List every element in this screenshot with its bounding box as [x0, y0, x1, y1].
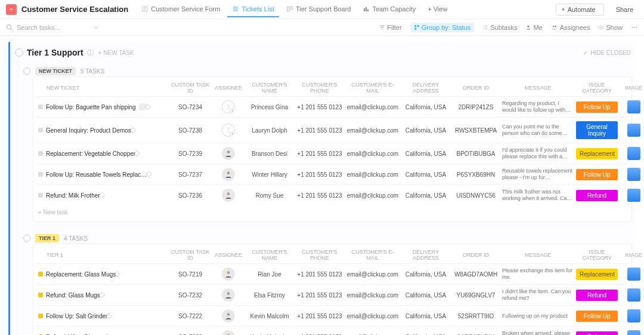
custom-task-id: SO-7232	[169, 292, 211, 299]
more-button[interactable]	[631, 24, 638, 30]
image-cell[interactable]	[620, 288, 644, 302]
assignee-avatar[interactable]	[222, 268, 235, 281]
info-icon[interactable]: ⓘ	[87, 48, 94, 57]
image-cell[interactable]	[620, 309, 644, 322]
search-input[interactable]: Search tasks...	[6, 24, 98, 31]
subgroup-header: NEW TICKET5 TASKS	[22, 63, 636, 76]
assignee-avatar[interactable]	[222, 330, 235, 335]
status-dot	[38, 172, 43, 177]
assignee-avatar[interactable]	[222, 309, 235, 322]
issue-category-badge[interactable]: Follow Up	[576, 102, 618, 113]
column-headers: TIER 1CUSTOM TASK IDASSIGNEECUSTOMER'S N…	[36, 247, 627, 263]
status-dot	[38, 272, 43, 276]
table: NEW TICKETCUSTOM TASK IDASSIGNEECUSTOMER…	[33, 76, 632, 222]
col-order-id: ORDER ID	[452, 85, 500, 91]
col-custom-task-id: CUSTOM TASK ID	[169, 82, 211, 94]
table-row[interactable]: Refund: Wine Glasses⃟SO-7223Kevin Malcol…	[36, 326, 627, 335]
assignee-avatar[interactable]	[222, 189, 235, 202]
assignee-avatar-empty[interactable]: +	[222, 124, 235, 137]
page-title: Customer Service Escalation	[21, 5, 128, 14]
issue-category-badge[interactable]: Follow Up	[576, 311, 618, 322]
assignee-avatar[interactable]	[222, 147, 235, 160]
group-toggle[interactable]	[15, 48, 23, 57]
status-badge[interactable]: NEW TICKET	[35, 67, 76, 75]
col-image: IMAGE	[620, 252, 644, 258]
assignee-avatar[interactable]	[222, 288, 235, 302]
col-message: MESSAGE	[502, 85, 574, 91]
filter-button[interactable]: Filter	[379, 24, 401, 31]
subgroup: TIER 14 TASKSTIER 1CUSTOM TASK IDASSIGNE…	[10, 228, 636, 335]
group-by-button[interactable]: Group by: Status	[410, 23, 475, 32]
message: This milk frother was not working when i…	[502, 189, 574, 202]
table-row[interactable]: Follow Up: Baguette Pan shipping⃟SO-7234…	[36, 96, 627, 117]
automation-icon	[139, 103, 146, 110]
image-cell[interactable]	[620, 100, 644, 113]
subgroup-toggle[interactable]	[23, 67, 30, 75]
image-cell[interactable]	[620, 124, 644, 137]
col-tier-: TIER 1	[36, 252, 167, 258]
tab-tickets-list[interactable]: Tickets List	[227, 2, 279, 17]
delivery-address: California, USA	[402, 271, 450, 278]
customer-name: Romy Sue	[246, 192, 293, 199]
issue-category-badge[interactable]: Refund	[576, 331, 618, 336]
table-row[interactable]: Refund: Milk Frother⃟SO-7236Romy Sue+1 2…	[36, 185, 627, 205]
image-cell[interactable]	[620, 330, 644, 335]
status-dot	[38, 314, 43, 318]
image-cell[interactable]	[620, 268, 644, 281]
image-cell[interactable]	[620, 168, 644, 181]
new-task-button[interactable]: + NEW TASK	[98, 50, 134, 56]
delivery-address: California, USA	[402, 192, 450, 199]
image-cell[interactable]	[620, 189, 644, 202]
subgroup-toggle[interactable]	[23, 235, 30, 242]
issue-category-badge[interactable]: General Inquiry	[576, 121, 618, 139]
tab-tier-support-board[interactable]: Tier Support Board	[281, 2, 356, 17]
table-row[interactable]: Refund: Glass Mugs⃟SO-7232Elsa Fitzroy+1…	[36, 284, 627, 305]
issue-category-badge[interactable]: Refund	[576, 190, 618, 201]
assignees-button[interactable]: Assignees	[551, 24, 590, 31]
status-badge[interactable]: TIER 1	[35, 234, 59, 242]
table-row[interactable]: General Inquiry: Product Demos⃟SO-7238+L…	[36, 117, 627, 143]
image-cell[interactable]	[620, 147, 644, 160]
svg-point-22	[227, 192, 230, 195]
tab--view[interactable]: + View	[423, 2, 452, 17]
message: Regarding my product, I would like to fo…	[502, 100, 574, 113]
order-id: W8AGD7AOMH	[452, 271, 500, 278]
task-name: Refund: Milk Frother	[46, 192, 100, 199]
message: I'd appreciate it if you could please re…	[502, 147, 574, 160]
subtasks-button[interactable]: Subtasks	[482, 24, 517, 31]
show-button[interactable]: Show	[598, 24, 623, 31]
new-task-row[interactable]: + New task	[36, 205, 627, 219]
message: Following up on my product	[502, 313, 574, 319]
me-button[interactable]: Me	[525, 24, 542, 31]
share-button[interactable]: Share	[609, 4, 638, 15]
assignee-avatar-empty[interactable]: +	[222, 100, 235, 113]
image-thumb	[627, 309, 640, 322]
table-row[interactable]: Follow Up: Salt Grinder⃟SO-7222Kevin Mal…	[36, 305, 627, 326]
table-row[interactable]: Replacement: Vegetable Chopper⃟SO-7239Br…	[36, 143, 627, 164]
col-customer-s-name: CUSTOMER'S NAME	[246, 249, 293, 261]
table-row[interactable]: Replacement: Glass Mugs⃟SO-7219Rian Joe+…	[36, 263, 627, 284]
customer-email: email@clickup.com	[346, 271, 400, 278]
automate-button[interactable]: Automate	[556, 4, 604, 16]
assignee-cell	[213, 268, 243, 281]
col-issue-category: ISSUE CATEGORY	[576, 82, 618, 94]
issue-category-badge[interactable]: Refund	[576, 290, 618, 301]
issue-category-badge[interactable]: Follow Up	[576, 169, 618, 180]
custom-task-id: SO-7239	[169, 150, 211, 157]
customer-name: Lauryn Dolph	[246, 127, 293, 134]
svg-line-6	[11, 28, 13, 30]
svg-point-16	[634, 27, 635, 28]
assignee-avatar[interactable]	[222, 168, 235, 181]
tab-label: + View	[428, 5, 447, 13]
svg-point-20	[227, 150, 230, 153]
table-row[interactable]: Follow Up: Reusable Towels Replacement⃟S…	[36, 164, 627, 185]
tab-team-capacity[interactable]: Team Capacity	[358, 2, 420, 17]
issue-category-badge[interactable]: Replacement	[576, 148, 618, 159]
tab-customer-service-form[interactable]: Customer Service Form	[137, 2, 225, 17]
message: Broken when arrived, please refund	[502, 330, 574, 335]
tab-label: Customer Service Form	[151, 5, 220, 13]
image-thumb	[627, 288, 640, 302]
issue-category-badge[interactable]: Replacement	[576, 269, 618, 280]
hide-closed-button[interactable]: ✓HIDE CLOSED	[583, 50, 631, 56]
status-dot	[38, 128, 43, 133]
